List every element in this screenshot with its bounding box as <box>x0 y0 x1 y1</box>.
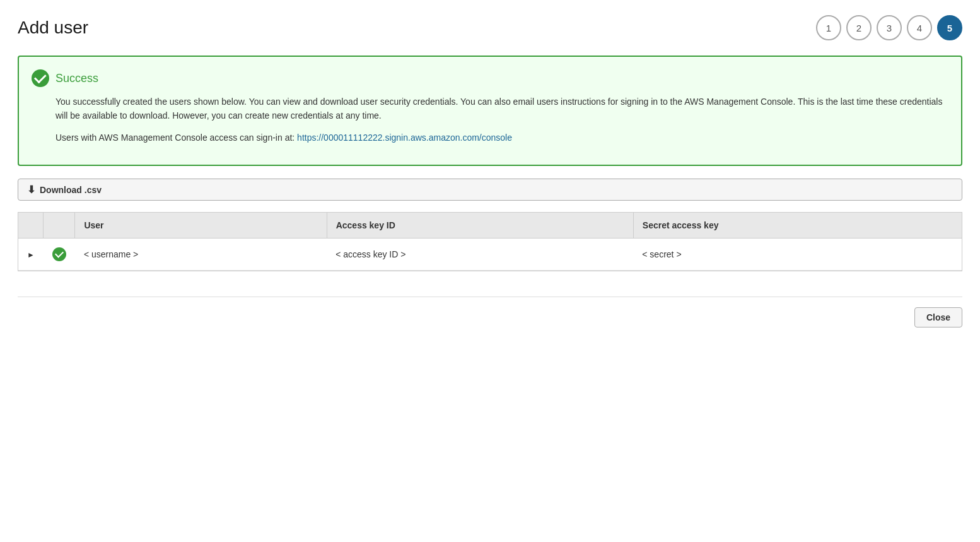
footer: Close <box>18 297 962 338</box>
success-message-line1: You successfully created the users shown… <box>55 95 946 123</box>
download-csv-label: Download .csv <box>40 185 102 195</box>
success-header: Success <box>32 69 946 87</box>
steps-indicator: 1 2 3 4 5 <box>816 15 962 40</box>
success-signin-text: Users with AWS Management Console access… <box>55 133 295 143</box>
success-body: You successfully created the users shown… <box>55 95 946 144</box>
success-message-line2: Users with AWS Management Console access… <box>55 131 946 144</box>
download-icon: ⬇ <box>27 184 35 196</box>
col-expand-header <box>18 213 44 239</box>
step-2: 2 <box>846 15 872 40</box>
access-key-id-cell: < access key ID > <box>327 239 633 271</box>
close-button[interactable]: Close <box>914 307 962 327</box>
secret-access-key-cell: < secret > <box>633 239 962 271</box>
col-status-header <box>44 213 75 239</box>
step-5: 5 <box>937 15 962 40</box>
col-user-header: User <box>75 213 327 239</box>
header: Add user 1 2 3 4 5 <box>18 15 962 40</box>
page-title: Add user <box>18 18 88 38</box>
table-row: ► < username > < access key ID > < secre… <box>18 239 962 271</box>
page-container: Add user 1 2 3 4 5 Success You successfu… <box>0 0 980 542</box>
col-secret-access-key-header: Secret access key <box>633 213 962 239</box>
signin-url-link[interactable]: https://000011112222.signin.aws.amazon.c… <box>297 133 512 143</box>
col-access-key-id-header: Access key ID <box>327 213 633 239</box>
step-4: 4 <box>907 15 932 40</box>
status-cell <box>44 239 75 271</box>
step-3: 3 <box>877 15 902 40</box>
step-1: 1 <box>816 15 841 40</box>
success-title: Success <box>55 72 98 85</box>
expand-cell[interactable]: ► <box>18 239 44 271</box>
user-cell: < username > <box>75 239 327 271</box>
success-banner: Success You successfully created the use… <box>18 56 962 166</box>
download-csv-button[interactable]: ⬇ Download .csv <box>18 179 962 201</box>
table-header-row: User Access key ID Secret access key <box>18 213 962 239</box>
success-icon <box>32 69 49 87</box>
expand-arrow-icon[interactable]: ► <box>27 250 35 259</box>
users-table: User Access key ID Secret access key ► <… <box>18 212 962 271</box>
row-success-icon <box>52 247 66 261</box>
